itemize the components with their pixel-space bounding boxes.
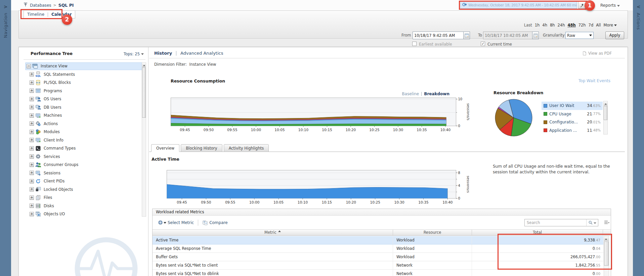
baseline-link[interactable]: Baseline [402,92,419,96]
reports-menu[interactable]: Reports [600,3,620,8]
expand-plus-icon[interactable]: + [30,113,34,118]
cell-metric: Average SQL Response Time [153,244,393,253]
search-controls[interactable] [586,219,598,226]
table-row[interactable]: Bytes sent via SQL*Net to dblinkNetwork0… [153,270,603,276]
tree-scrollbar[interactable] [142,62,146,217]
tree-item-locked-objects[interactable]: +Locked Objects [19,185,141,194]
legend-item-application-[interactable]: Application ...11.48% [542,126,603,135]
legend-scrollbar[interactable] [603,101,608,134]
earliest-available-checkbox[interactable] [412,42,417,46]
navigation-rail[interactable]: > Navigation [0,0,11,276]
tree-item-client-info[interactable]: +Client Info [19,136,141,145]
expand-plus-icon[interactable]: + [30,187,34,191]
range-link-8h[interactable]: 8h [550,23,555,27]
current-time-checkbox[interactable]: ✓ [481,42,485,46]
range-link-48h[interactable]: 48h [567,23,575,27]
tree-item-disks[interactable]: +Disks [19,202,141,210]
collapse-minus-icon[interactable]: − [27,64,31,68]
navigation-expand-icon[interactable]: > [0,4,11,9]
tree-item-sql-statements[interactable]: +SQLSQL Statements [19,70,141,79]
tops-selector[interactable]: Tops: 25 [124,52,144,56]
tree-item-machines[interactable]: +Machines [19,111,141,120]
tree-scroll-up-icon[interactable] [142,63,146,67]
tab-advanced-analytics[interactable]: Advanced Analytics [180,51,223,56]
range-link-24h[interactable]: 24h [558,23,565,27]
column-header-resource[interactable]: Resource [393,230,472,235]
expand-plus-icon[interactable]: + [30,121,34,126]
legend-item-configuratio-[interactable]: Configuratio...20.01% [542,118,603,126]
range-link-All[interactable]: All [596,23,601,27]
actions-expand-icon[interactable]: < [633,4,644,9]
tree-item-client-pids[interactable]: +Client PIDs [19,177,141,185]
legend-scroll-up-icon[interactable] [604,101,607,106]
breadcrumb-databases-link[interactable]: Databases [30,3,51,8]
top-wait-events-link[interactable]: Top Wait Events [578,78,610,83]
tree-item-programs[interactable]: +Programs [19,87,141,95]
expand-plus-icon[interactable]: + [30,130,34,134]
svg-text:10:40: 10:40 [440,128,450,132]
tree-scroll-thumb[interactable] [142,67,146,118]
legend-scroll-thumb[interactable] [604,106,607,120]
breakdown-link[interactable]: Breakdown [424,92,449,96]
expand-plus-icon[interactable]: + [30,72,34,76]
files-icon [35,195,41,201]
tree-item-sessions[interactable]: +Sessions [19,169,141,177]
expand-plus-icon[interactable]: + [30,171,34,175]
actions-rail[interactable]: < Actions [633,0,644,276]
tree-item-objects-i-o[interactable]: +Objects I/O [19,210,141,218]
tree-item-consumer-groups[interactable]: +Consumer Groups [19,161,141,169]
range-link-1h[interactable]: 1h [535,23,540,27]
tab-activity-highlights[interactable]: Activity Highlights [224,144,269,152]
more-menu[interactable]: More [603,23,617,27]
compare-button[interactable]: Compare [202,220,227,225]
select-metric-button[interactable]: Select Metric [158,220,194,225]
expand-plus-icon[interactable]: + [30,212,34,216]
baseline-breakdown-switch: BaselineBreakdown [170,91,449,96]
search-input[interactable] [525,220,586,225]
tree-item-pl-sql-blocks[interactable]: +<>PL/SQL Blocks [19,78,141,87]
tree-item-actions[interactable]: +Actions [19,120,141,128]
range-link-72h[interactable]: 72h [578,23,586,27]
expand-plus-icon[interactable]: + [30,105,34,109]
tree-item-label: Client PIDs [44,179,65,183]
expand-plus-icon[interactable]: + [30,89,34,93]
plsql-icon: <> [35,80,41,86]
dimension-filter-label: Dimension Filter: [154,62,187,67]
from-calendar-icon[interactable] [463,32,470,39]
tree-item-command-types[interactable]: +Command Types [19,144,141,153]
search-box[interactable] [524,219,598,226]
tree-item-files[interactable]: +Files [19,194,141,202]
expand-plus-icon[interactable]: + [30,204,34,208]
expand-plus-icon[interactable]: + [30,80,34,85]
range-link-7d[interactable]: 7d [589,23,594,27]
tree-item-db-users[interactable]: +DB Users [19,103,141,112]
expand-plus-icon[interactable]: + [30,97,34,101]
tab-history[interactable]: History [154,51,172,56]
legend-item-user-io-wait[interactable]: User IO Wait34.63% [542,102,603,110]
expand-plus-icon[interactable]: + [30,179,34,183]
to-calendar-icon[interactable] [532,32,539,39]
tab-blocking-history[interactable]: Blocking History [181,144,222,152]
apply-button[interactable]: Apply [605,32,624,39]
tree-item-services[interactable]: +Services [19,153,141,161]
svg-text:SQL: SQL [36,74,41,77]
tree-item-instance-view[interactable]: −Instance View [19,62,141,70]
sort-asc-icon [278,229,281,232]
from-input[interactable] [413,32,463,39]
expand-plus-icon[interactable]: + [30,196,34,200]
tab-overview[interactable]: Overview [151,144,179,152]
from-field[interactable] [413,32,470,39]
range-link-4h[interactable]: 4h [542,23,547,27]
svg-text:4: 4 [458,184,460,187]
expand-plus-icon[interactable]: + [30,163,34,167]
column-header-metric[interactable]: Metric [153,230,393,235]
expand-plus-icon[interactable]: + [30,138,34,142]
tree-item-os-users[interactable]: +OS Users [19,95,141,103]
expand-plus-icon[interactable]: + [30,154,34,159]
grid-menu-button[interactable] [604,220,609,226]
legend-item-cpu-usage[interactable]: CPU Usage21.77% [542,110,603,118]
granularity-select[interactable]: Raw [565,32,594,39]
tree-item-modules[interactable]: +Modules [19,128,141,136]
view-as-pdf-button[interactable]: View as PDF [582,51,612,56]
expand-plus-icon[interactable]: + [30,146,34,151]
